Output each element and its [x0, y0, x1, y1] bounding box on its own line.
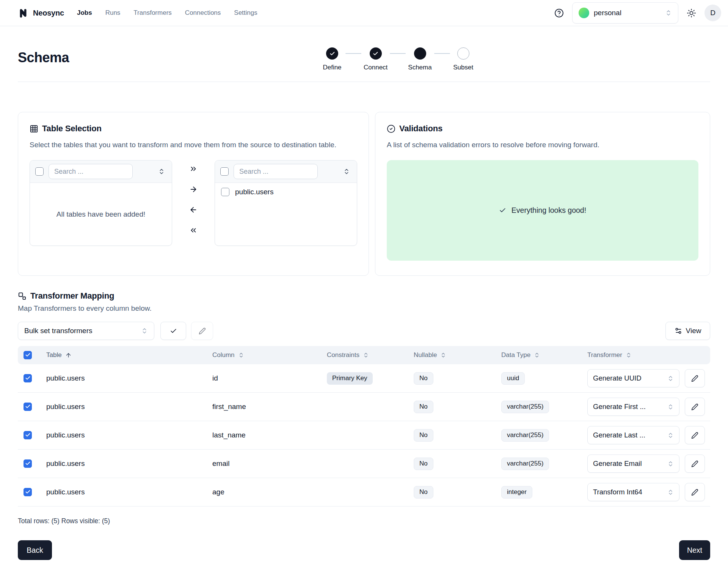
chevrons-up-down-icon — [141, 327, 148, 334]
view-button[interactable]: View — [665, 322, 710, 340]
edit-transformer-button[interactable] — [685, 455, 705, 473]
step-schema[interactable]: Schema — [408, 47, 431, 71]
constraint-badge: Primary Key — [327, 372, 373, 385]
view-button-label: View — [686, 327, 701, 335]
column-header-table[interactable]: Table — [46, 351, 212, 359]
transformer-select[interactable]: Generate First ... — [587, 398, 679, 416]
row-checkbox[interactable] — [24, 431, 32, 439]
transformer-select[interactable]: Generate Email — [587, 455, 679, 473]
arrow-left-icon — [189, 206, 198, 214]
destination-search-input[interactable] — [234, 164, 318, 179]
source-search-input[interactable] — [49, 164, 133, 179]
pencil-icon — [691, 403, 698, 411]
row-column-name: id — [212, 374, 327, 382]
chevrons-up-down-icon — [534, 352, 540, 358]
transformer-select[interactable]: Transform Int64 — [587, 483, 679, 501]
back-button[interactable]: Back — [18, 540, 52, 560]
table-item-checkbox[interactable] — [221, 188, 229, 196]
select-all-rows-checkbox[interactable] — [24, 351, 32, 359]
mapping-table-body: public.users id Primary Key No uuid Gene… — [18, 364, 710, 507]
source-select-all-checkbox[interactable] — [35, 167, 44, 176]
edit-transformer-button[interactable] — [685, 426, 705, 444]
transformer-select[interactable]: Generate Last ... — [587, 426, 679, 444]
step-complete-icon — [370, 47, 382, 60]
nav-link-transformers[interactable]: Transformers — [133, 9, 171, 17]
chevrons-up-down-icon — [667, 432, 674, 439]
chevrons-up-down-icon — [440, 352, 446, 358]
user-avatar[interactable]: D — [704, 5, 721, 21]
row-checkbox[interactable] — [24, 459, 32, 468]
transformer-select-value: Generate First ... — [593, 403, 646, 411]
nav-link-jobs[interactable]: Jobs — [77, 9, 92, 17]
table-item-label: public.users — [235, 188, 273, 196]
apply-bulk-button[interactable] — [160, 322, 186, 340]
chevrons-up-down-icon — [667, 375, 674, 382]
move-all-left-button[interactable] — [188, 225, 198, 235]
nav-link-connections[interactable]: Connections — [185, 9, 221, 17]
bulk-edit-button[interactable] — [191, 322, 213, 340]
step-connector — [345, 53, 361, 54]
next-button[interactable]: Next — [679, 540, 710, 560]
table-selection-title: Table Selection — [42, 124, 102, 134]
data-type-badge: uuid — [501, 372, 525, 385]
column-header-nullable[interactable]: Nullable — [414, 351, 501, 359]
brand[interactable]: Neosync — [18, 7, 64, 19]
account-avatar-dot — [579, 8, 589, 18]
data-type-badge: varchar(255) — [501, 458, 549, 470]
step-subset[interactable]: Subset — [452, 47, 474, 71]
row-checkbox[interactable] — [24, 488, 32, 496]
mapping-table: Table Column Constraints — [18, 346, 710, 507]
account-switcher[interactable]: personal — [572, 2, 678, 24]
row-checkbox[interactable] — [24, 403, 32, 411]
move-left-button[interactable] — [188, 205, 198, 215]
table-selection-description: Select the tables that you want to trans… — [30, 140, 348, 150]
edit-transformer-button[interactable] — [685, 483, 705, 501]
destination-table-list: public.users — [215, 160, 357, 246]
column-header-label: Column — [212, 351, 235, 359]
chevrons-left-icon — [189, 226, 198, 234]
validation-success-box: Everything looks good! — [387, 160, 698, 261]
circle-check-icon — [387, 124, 395, 133]
main-nav: Jobs Runs Transformers Connections Setti… — [77, 9, 257, 17]
chevrons-up-down-icon — [158, 168, 165, 175]
table-row-count: Total rows: (5) Rows visible: (5) — [18, 517, 710, 525]
chevrons-up-down-icon — [238, 352, 244, 358]
step-define[interactable]: Define — [321, 47, 343, 71]
column-header-label: Table — [46, 351, 62, 359]
edit-transformer-button[interactable] — [685, 369, 705, 387]
theme-toggle-button[interactable] — [687, 8, 696, 18]
column-header-column[interactable]: Column — [212, 351, 327, 359]
chevrons-up-down-icon — [667, 489, 674, 495]
pencil-icon — [691, 460, 698, 467]
row-column-name: age — [212, 488, 327, 496]
column-header-transformer[interactable]: Transformer — [587, 351, 710, 359]
move-right-button[interactable] — [188, 184, 198, 194]
destination-select-all-checkbox[interactable] — [220, 167, 229, 176]
transformer-select[interactable]: Generate UUID — [587, 369, 679, 387]
column-header-constraints[interactable]: Constraints — [327, 351, 414, 359]
page-content: Schema Define Connect Schema — [0, 26, 728, 566]
dual-listbox: All tables have been added! — [30, 160, 357, 246]
nav-link-settings[interactable]: Settings — [234, 9, 257, 17]
help-button[interactable] — [554, 8, 564, 18]
column-header-label: Constraints — [327, 351, 359, 359]
table-row: public.users id Primary Key No uuid Gene… — [18, 364, 710, 393]
step-connect[interactable]: Connect — [364, 47, 388, 71]
move-all-right-button[interactable] — [188, 164, 198, 174]
sliders-icon — [675, 327, 682, 335]
source-empty-message: All tables have been added! — [30, 183, 172, 245]
bulk-set-transformers-select[interactable]: Bulk set transformers — [18, 322, 154, 340]
table-row: public.users first_name No varchar(255) … — [18, 393, 710, 421]
step-label: Schema — [408, 64, 431, 71]
mapping-table-header: Table Column Constraints — [18, 346, 710, 364]
validations-description: A list of schema validation errors to re… — [387, 140, 698, 150]
source-sort-button[interactable] — [158, 168, 165, 175]
destination-sort-button[interactable] — [343, 168, 350, 175]
edit-transformer-button[interactable] — [685, 398, 705, 416]
chevrons-up-down-icon — [343, 168, 350, 175]
row-checkbox[interactable] — [24, 374, 32, 382]
table-selection-card: Table Selection Select the tables that y… — [18, 112, 369, 276]
nav-link-runs[interactable]: Runs — [105, 9, 121, 17]
navbar-right: personal D — [554, 2, 721, 24]
column-header-data-type[interactable]: Data Type — [501, 351, 587, 359]
